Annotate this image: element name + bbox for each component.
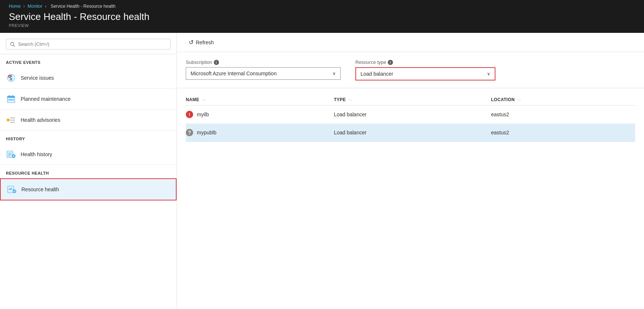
location-sort-icon: ↑↓ <box>518 99 521 102</box>
sidebar-item-resource-health[interactable]: Resource health <box>0 178 177 200</box>
breadcrumb-home[interactable]: Home <box>9 4 21 9</box>
health-advisories-icon <box>6 115 16 125</box>
breadcrumb-monitor[interactable]: Monitor <box>28 4 42 9</box>
resource-type-select[interactable]: Load balancer ∨ <box>355 67 495 80</box>
resource-health-icon <box>7 184 17 195</box>
td-type: Load balancer <box>334 124 491 142</box>
svg-rect-11 <box>8 99 10 100</box>
td-location: eastus2 <box>491 124 635 142</box>
refresh-button[interactable]: ↺ Refresh <box>186 37 217 47</box>
table-container: NAME ↑↓ TYPE ↑↓ LOCATION ↑↓ <box>177 88 644 309</box>
resources-table: NAME ↑↓ TYPE ↑↓ LOCATION ↑↓ <box>186 94 635 142</box>
td-name: ? mypublb <box>186 124 334 142</box>
svg-rect-9 <box>9 95 10 97</box>
planned-maintenance-icon <box>6 94 16 104</box>
svg-rect-20 <box>8 154 12 155</box>
status-unknown-icon: ? <box>186 129 193 136</box>
svg-rect-12 <box>10 99 12 100</box>
planned-maintenance-label: Planned maintenance <box>21 96 70 102</box>
th-name[interactable]: NAME ↑↓ <box>186 94 334 106</box>
page-subtitle: PREVIEW <box>9 23 635 28</box>
svg-text:✕: ✕ <box>8 75 11 78</box>
health-history-icon: ♥ <box>6 149 16 159</box>
sidebar-search-container <box>0 33 177 54</box>
svg-text:♥: ♥ <box>13 155 15 158</box>
svg-rect-10 <box>12 95 13 97</box>
svg-rect-13 <box>12 99 14 100</box>
svg-rect-4 <box>10 78 12 80</box>
svg-rect-17 <box>10 122 15 123</box>
td-name: ! myilb <box>186 106 334 124</box>
health-advisories-label: Health advisories <box>21 117 60 123</box>
subscription-value: Microsoft Azure Internal Consumption <box>191 71 276 76</box>
table-header-row: NAME ↑↓ TYPE ↑↓ LOCATION ↑↓ <box>186 94 635 106</box>
search-input[interactable] <box>18 41 167 47</box>
refresh-icon: ↺ <box>189 39 194 46</box>
breadcrumb: Home › Monitor › Service Health - Resour… <box>9 4 635 9</box>
resource-type-info-icon: i <box>388 60 393 65</box>
subscription-label: Subscription i <box>186 59 341 65</box>
svg-rect-15 <box>10 117 15 119</box>
svg-point-14 <box>7 119 10 121</box>
td-location: eastus2 <box>491 106 635 124</box>
service-issues-icon: ✕ <box>6 73 16 83</box>
table-row[interactable]: ! myilb Load balancer eastus2 <box>186 106 635 124</box>
svg-rect-19 <box>8 153 12 154</box>
history-label: HISTORY <box>0 131 177 144</box>
th-type[interactable]: TYPE ↑↓ <box>334 94 491 106</box>
sidebar-item-health-history[interactable]: ♥ Health history <box>0 144 177 165</box>
name-sort-icon: ↑↓ <box>202 99 205 102</box>
svg-point-0 <box>11 42 14 45</box>
svg-rect-8 <box>7 96 15 98</box>
status-error-icon: ! <box>186 111 193 118</box>
type-sort-icon: ↑↓ <box>349 99 352 102</box>
search-icon <box>10 42 15 47</box>
svg-line-1 <box>14 45 15 47</box>
td-type: Load balancer <box>334 106 491 124</box>
sidebar: ACTIVE EVENTS ✕ Service issues <box>0 33 177 309</box>
content-area: ↺ Refresh Subscription i Microsoft Azure… <box>177 33 644 309</box>
page-title: Service Health - Resource health <box>9 11 635 23</box>
subscription-filter: Subscription i Microsoft Azure Internal … <box>186 59 341 80</box>
resource-name: mypublb <box>197 130 216 135</box>
sidebar-item-planned-maintenance[interactable]: Planned maintenance <box>0 89 177 110</box>
resource-health-item-label: Resource health <box>21 186 59 192</box>
health-history-label: Health history <box>21 151 52 157</box>
page-header: Home › Monitor › Service Health - Resour… <box>0 0 644 33</box>
resource-health-label: RESOURCE HEALTH <box>0 165 177 178</box>
subscription-chevron-icon: ∨ <box>333 71 336 76</box>
th-location[interactable]: LOCATION ↑↓ <box>491 94 635 106</box>
svg-rect-21 <box>8 156 11 157</box>
resource-type-value: Load balancer <box>361 71 393 77</box>
sidebar-item-health-advisories[interactable]: Health advisories <box>0 110 177 131</box>
search-box[interactable] <box>6 39 171 49</box>
resource-type-label: Resource type i <box>355 59 495 65</box>
subscription-select[interactable]: Microsoft Azure Internal Consumption ∨ <box>186 67 341 80</box>
breadcrumb-current: Service Health - Resource health <box>51 4 115 9</box>
filters-row: Subscription i Microsoft Azure Internal … <box>177 52 644 88</box>
main-layout: ACTIVE EVENTS ✕ Service issues <box>0 33 644 309</box>
sidebar-item-service-issues[interactable]: ✕ Service issues <box>0 68 177 89</box>
subscription-info-icon: i <box>214 60 219 65</box>
toolbar: ↺ Refresh <box>177 33 644 52</box>
svg-rect-16 <box>10 120 15 121</box>
active-events-label: ACTIVE EVENTS <box>0 54 177 68</box>
refresh-label: Refresh <box>196 40 214 45</box>
resource-type-filter: Resource type i Load balancer ∨ <box>355 59 495 80</box>
table-row[interactable]: ? mypublb Load balancer eastus2 <box>186 124 635 142</box>
service-issues-label: Service issues <box>21 75 54 81</box>
resource-type-chevron-icon: ∨ <box>487 71 490 76</box>
resource-name: myilb <box>197 111 209 117</box>
